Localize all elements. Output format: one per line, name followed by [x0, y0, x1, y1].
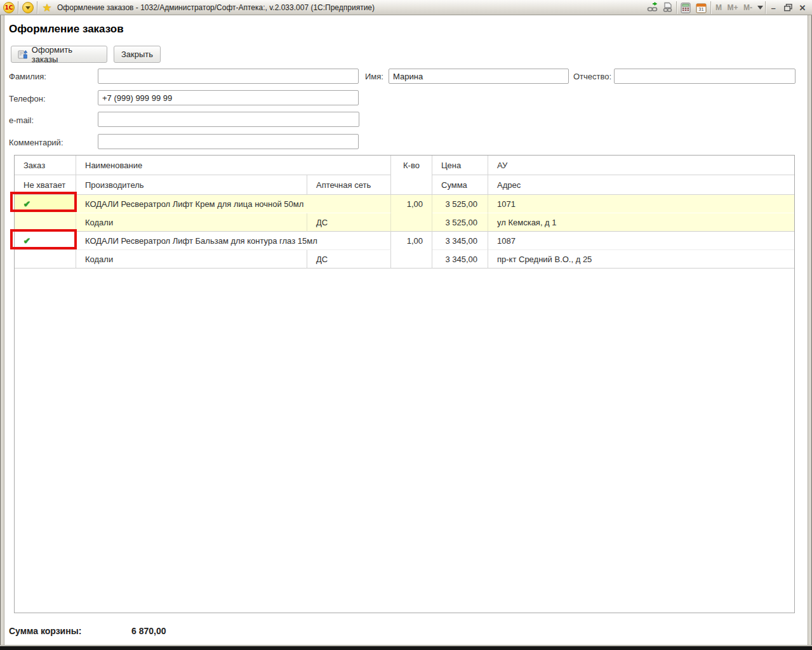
memory-m-minus-label: M-: [743, 3, 752, 12]
close-form-label: Закрыть: [121, 50, 153, 59]
titlebar-separator: [710, 1, 712, 14]
firstname-input[interactable]: [389, 69, 569, 84]
link-add-icon: [647, 2, 658, 13]
header-manufacturer: Производитель: [76, 175, 307, 195]
email-input[interactable]: [98, 112, 359, 127]
email-label: e-mail:: [9, 116, 34, 125]
calculator-button[interactable]: [678, 1, 693, 15]
close-icon: ✕: [799, 4, 806, 12]
sum-cell[interactable]: 3 525,00: [432, 213, 488, 232]
add-link-button[interactable]: [645, 1, 660, 15]
order-checkbox-cell[interactable]: ✔: [15, 232, 76, 250]
favorites-button[interactable]: ★: [38, 1, 56, 15]
sum-cell[interactable]: 3 345,00: [432, 250, 488, 269]
header-order: Заказ: [15, 156, 76, 175]
price-cell[interactable]: 3 525,00: [432, 195, 488, 213]
close-form-button[interactable]: Закрыть: [114, 46, 161, 63]
lastname-label: Фамилия:: [9, 72, 46, 81]
table-header: Заказ Наименование К-во Цена АУ Не хвата…: [15, 156, 794, 195]
header-qty: К-во: [391, 156, 432, 195]
network-cell[interactable]: ДС: [307, 250, 391, 269]
header-network: Аптечная сеть: [307, 175, 391, 195]
svg-text:31: 31: [698, 6, 703, 12]
cart-total-label: Сумма корзины:: [9, 626, 81, 636]
manufacturer-cell[interactable]: Кодали: [76, 250, 307, 269]
titlebar-separator: [676, 1, 677, 14]
comment-input[interactable]: [98, 134, 359, 149]
shortage-cell[interactable]: [15, 213, 76, 232]
firstname-label: Имя:: [365, 72, 383, 81]
page-title: Оформление заказов: [9, 23, 124, 36]
qty-cell[interactable]: 1,00: [391, 195, 432, 232]
au-cell[interactable]: 1087: [488, 232, 794, 250]
window-title: Оформление заказов - 1032/Администратор/…: [57, 3, 375, 12]
order-checkbox-cell[interactable]: ✔: [15, 195, 76, 213]
minimize-icon: –: [771, 4, 775, 12]
calendar-button[interactable]: 31: [693, 1, 709, 15]
middlename-input[interactable]: [614, 69, 795, 84]
calendar-icon: 31: [696, 3, 707, 13]
table-row[interactable]: ✔ КОДАЛИ Ресвератрол Лифт Крем для лица …: [15, 195, 794, 232]
window-border-left: [0, 15, 4, 645]
check-icon: ✔: [23, 236, 30, 246]
price-cell[interactable]: 3 345,00: [432, 232, 488, 250]
manufacturer-cell[interactable]: Кодали: [76, 213, 307, 232]
restore-icon: [784, 4, 792, 11]
system-menu-button[interactable]: [19, 1, 37, 15]
memory-m-plus-label: M+: [727, 3, 738, 12]
submit-orders-label: Оформить заказы: [32, 45, 100, 64]
middlename-label: Отчество:: [573, 72, 611, 81]
cart-total-value: 6 870,00: [131, 626, 166, 636]
memory-add-button[interactable]: M+: [725, 1, 740, 15]
upload-document-icon: [18, 50, 28, 60]
link-page-icon: [662, 2, 674, 13]
address-cell[interactable]: ул Кемская, д 1: [488, 213, 794, 232]
memory-m-label: M: [715, 3, 722, 12]
caret-down-icon: [757, 6, 763, 10]
minimize-button[interactable]: –: [767, 1, 780, 15]
memory-subtract-button[interactable]: M-: [740, 1, 755, 15]
app-logo-button[interactable]: 1С: [0, 1, 18, 15]
submit-orders-button[interactable]: Оформить заказы: [11, 46, 107, 63]
star-icon: ★: [42, 3, 51, 13]
comment-label: Комментарий:: [9, 138, 63, 147]
network-cell[interactable]: ДС: [307, 213, 391, 232]
orders-table: Заказ Наименование К-во Цена АУ Не хвата…: [14, 155, 795, 613]
window-bottom-bar: [0, 646, 812, 650]
check-icon: ✔: [23, 199, 30, 209]
titlebar-more-button[interactable]: [755, 1, 764, 15]
window-border-right: [808, 15, 812, 645]
lastname-input[interactable]: [98, 69, 359, 84]
header-name: Наименование: [76, 156, 391, 175]
product-name-cell[interactable]: КОДАЛИ Ресвератрол Лифт Бальзам для конт…: [76, 232, 391, 250]
restore-button[interactable]: [781, 1, 795, 15]
memory-recall-button[interactable]: M: [714, 1, 724, 15]
qty-cell[interactable]: 1,00: [391, 232, 432, 269]
titlebar-separator: [765, 1, 766, 14]
address-cell[interactable]: пр-кт Средний В.О., д 25: [488, 250, 794, 269]
header-shortage: Не хватает: [15, 175, 76, 195]
header-price: Цена: [432, 156, 488, 175]
app-window: 1С ★ Оформление заказов - 1032/Администр…: [0, 0, 812, 650]
phone-label: Телефон:: [9, 94, 46, 103]
titlebar: 1С ★ Оформление заказов - 1032/Администр…: [0, 0, 812, 15]
close-button[interactable]: ✕: [796, 1, 809, 15]
table-row[interactable]: ✔ КОДАЛИ Ресвератрол Лифт Бальзам для ко…: [15, 232, 794, 269]
header-au: АУ: [488, 156, 794, 175]
1c-logo-icon: 1С: [3, 2, 15, 13]
au-cell[interactable]: 1071: [488, 195, 794, 213]
header-sum: Сумма: [432, 175, 488, 195]
phone-input[interactable]: [98, 90, 359, 105]
copy-link-button[interactable]: [660, 1, 676, 15]
product-name-cell[interactable]: КОДАЛИ Ресвератрол Лифт Крем для лица но…: [76, 195, 391, 213]
shortage-cell[interactable]: [15, 250, 76, 269]
calculator-icon: [681, 3, 691, 13]
chevron-down-icon: [22, 2, 34, 13]
header-address: Адрес: [488, 175, 794, 195]
